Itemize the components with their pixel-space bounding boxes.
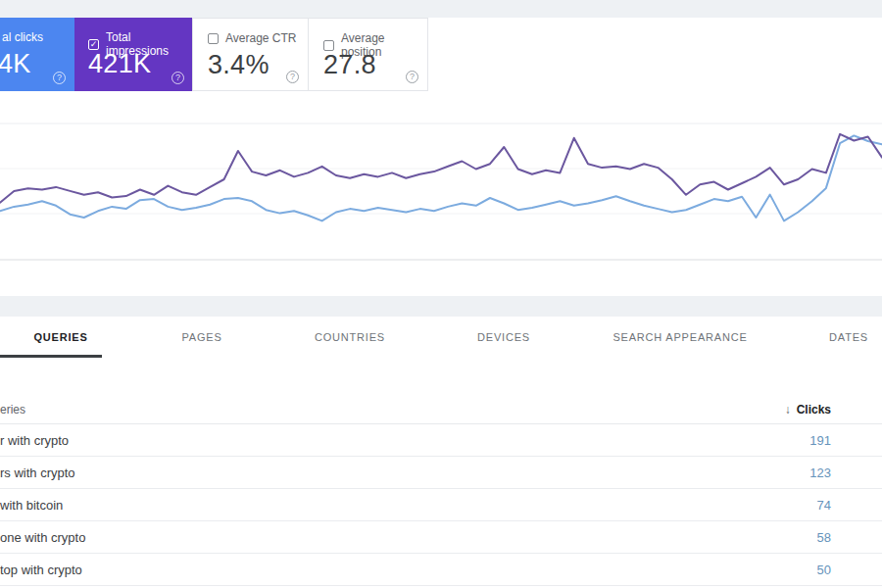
table-row[interactable]: one with crypto 58 xyxy=(0,521,882,554)
search-console-performance-page: al clicks 4K ? ✓ Total impressions 421K … xyxy=(0,0,882,588)
tab-countries[interactable]: COUNTRIES xyxy=(315,317,385,358)
clicks-value: 58 xyxy=(817,530,882,545)
total-clicks-card[interactable]: al clicks 4K ? xyxy=(0,18,74,91)
clicks-value: 191 xyxy=(809,433,882,448)
unchecked-checkbox-icon[interactable] xyxy=(323,40,334,51)
query-text: with bitcoin xyxy=(0,498,63,513)
average-ctr-label: Average CTR xyxy=(225,31,296,45)
tab-devices[interactable]: DEVICES xyxy=(477,317,530,358)
help-icon[interactable]: ? xyxy=(53,72,66,84)
query-text: r with crypto xyxy=(0,433,69,448)
sort-descending-icon: ↓ xyxy=(785,403,791,416)
section-divider-strip xyxy=(0,296,882,317)
chart-line-clicks xyxy=(0,135,882,220)
average-ctr-card[interactable]: Average CTR 3.4% ? xyxy=(192,18,309,91)
tab-pages[interactable]: PAGES xyxy=(181,317,221,358)
help-icon[interactable]: ? xyxy=(172,72,184,84)
total-impressions-value: 421K xyxy=(88,49,151,79)
query-text: one with crypto xyxy=(0,530,85,545)
queries-column-header: eries xyxy=(0,403,25,416)
tab-search-appearance[interactable]: SEARCH APPEARANCE xyxy=(612,317,747,358)
performance-line-chart xyxy=(0,91,882,297)
tab-dates[interactable]: DATES xyxy=(829,317,868,358)
clicks-header-label: Clicks xyxy=(797,403,831,416)
active-tab-underline xyxy=(0,355,102,358)
total-impressions-card[interactable]: ✓ Total impressions 421K ? xyxy=(74,18,193,91)
queries-table: eries ↓ Clicks r with crypto 191 rs with… xyxy=(0,395,882,586)
help-icon[interactable]: ? xyxy=(286,71,299,83)
unchecked-checkbox-icon[interactable] xyxy=(208,33,219,44)
average-position-card[interactable]: Average position 27.8 ? xyxy=(308,18,428,91)
clicks-value: 123 xyxy=(809,466,882,480)
table-header-row: eries ↓ Clicks xyxy=(0,395,882,424)
tab-queries[interactable]: QUERIES xyxy=(33,317,87,358)
table-row[interactable]: top with crypto 50 xyxy=(0,554,882,586)
total-clicks-value: 4K xyxy=(0,49,31,79)
total-clicks-label: al clicks xyxy=(2,30,43,44)
checked-checkbox-icon[interactable]: ✓ xyxy=(88,39,99,50)
query-text: rs with crypto xyxy=(0,466,75,480)
average-position-value: 27.8 xyxy=(323,50,376,80)
dimension-tabs: QUERIES PAGES COUNTRIES DEVICES SEARCH A… xyxy=(0,317,882,358)
table-row[interactable]: r with crypto 191 xyxy=(0,424,882,457)
top-background-strip xyxy=(0,0,882,18)
table-row[interactable]: with bitcoin 74 xyxy=(0,489,882,521)
help-icon[interactable]: ? xyxy=(406,71,418,83)
clicks-column-header[interactable]: ↓ Clicks xyxy=(785,403,882,416)
table-row[interactable]: rs with crypto 123 xyxy=(0,457,882,489)
clicks-value: 50 xyxy=(817,563,882,577)
query-text: top with crypto xyxy=(0,563,82,577)
average-ctr-value: 3.4% xyxy=(208,50,270,80)
clicks-value: 74 xyxy=(817,498,882,513)
